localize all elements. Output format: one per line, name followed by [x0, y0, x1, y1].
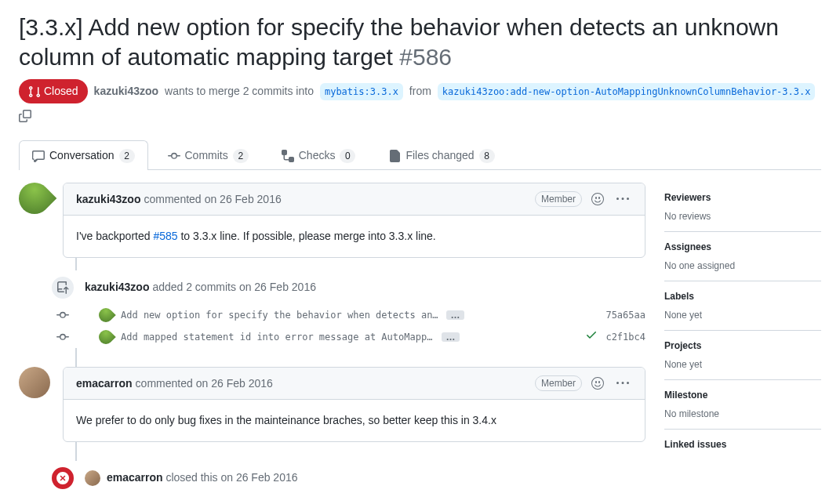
push-author[interactable]: kazuki43zoo	[85, 281, 149, 293]
base-branch[interactable]: mybatis:3.3.x	[320, 83, 403, 100]
comment-item: emacarron commented on 26 Feb 2016 Membe…	[63, 367, 645, 442]
main-column: kazuki43zoo commented on 26 Feb 2016 Mem…	[19, 183, 645, 495]
comment-verb: commented	[144, 191, 201, 208]
commit-row: Add mapped statement id into error messa…	[63, 325, 645, 348]
issue-link[interactable]: #585	[153, 230, 177, 242]
avatar[interactable]	[19, 367, 50, 398]
sidebar-reviewers[interactable]: Reviewers No reviews	[664, 183, 821, 232]
sidebar-assignees[interactable]: Assignees No one assigned	[664, 232, 821, 281]
sidebar-projects[interactable]: Projects None yet	[664, 331, 821, 380]
commit-sha[interactable]: 75a65aa	[605, 308, 645, 322]
kebab-menu-icon[interactable]	[613, 374, 632, 393]
sidebar-labels[interactable]: Labels None yet	[664, 281, 821, 331]
tab-checks[interactable]: Checks 0	[268, 140, 369, 170]
comment-date[interactable]: on 26 Feb 2016	[205, 191, 282, 208]
state-label: Closed	[44, 83, 78, 100]
kebab-menu-icon[interactable]	[613, 190, 632, 208]
pr-author-link[interactable]: kazuki43zoo	[94, 83, 158, 100]
issue-number: #586	[399, 44, 452, 70]
check-success-icon[interactable]	[585, 328, 598, 345]
repo-push-icon	[50, 275, 75, 300]
emoji-reaction-icon[interactable]	[588, 190, 607, 208]
tab-commits[interactable]: Commits 2	[155, 140, 262, 170]
comment-date[interactable]: on 26 Feb 2016	[196, 375, 273, 392]
merge-text-2: from	[409, 83, 431, 100]
sidebar-linked-issues[interactable]: Linked issues	[664, 430, 821, 464]
copy-branch-icon[interactable]	[19, 110, 31, 127]
tab-conversation[interactable]: Conversation 2	[19, 140, 148, 170]
close-author[interactable]: emacarron	[107, 471, 163, 484]
state-badge-closed: Closed	[19, 79, 88, 103]
event-avatar[interactable]	[85, 470, 100, 486]
tab-checks-label: Checks	[299, 147, 336, 164]
commit-icon	[56, 309, 69, 321]
comment-header: kazuki43zoo commented on 26 Feb 2016 Mem…	[64, 183, 645, 216]
tab-commits-count: 2	[233, 149, 249, 163]
commit-message[interactable]: Add new option for specify the behavior …	[121, 308, 438, 322]
closed-icon	[50, 466, 75, 491]
close-text: closed this	[165, 471, 217, 484]
tab-files-label: Files changed	[405, 147, 474, 164]
pr-title: [3.3.x] Add new option for specify the b…	[19, 13, 821, 71]
emoji-reaction-icon[interactable]	[588, 374, 607, 393]
comment-item: kazuki43zoo commented on 26 Feb 2016 Mem…	[63, 183, 645, 258]
role-badge: Member	[535, 191, 582, 207]
commit-row: Add new option for specify the behavior …	[63, 305, 645, 325]
tab-files[interactable]: Files changed 8	[375, 140, 507, 170]
sidebar-milestone[interactable]: Milestone No milestone	[664, 380, 821, 430]
comment-body: We prefer to do only bug fixes in the ma…	[64, 400, 645, 441]
commit-icon	[56, 331, 69, 343]
push-event: kazuki43zoo added 2 commits on 26 Feb 20…	[63, 270, 645, 305]
comment-verb: commented	[136, 375, 193, 392]
tab-commits-label: Commits	[185, 147, 228, 164]
commit-avatar[interactable]	[96, 327, 115, 346]
tab-conversation-count: 2	[119, 149, 135, 163]
push-date[interactable]: on 26 Feb 2016	[239, 281, 316, 293]
tab-conversation-label: Conversation	[49, 147, 115, 164]
comment-body: I've backported #585 to 3.3.x line. If p…	[64, 216, 645, 257]
commit-avatar[interactable]	[96, 305, 115, 325]
tab-nav: Conversation 2 Commits 2 Checks 0 Files …	[19, 140, 821, 170]
close-date[interactable]: on 26 Feb 2016	[220, 471, 297, 484]
commit-message[interactable]: Add mapped statement id into error messa…	[121, 330, 434, 344]
comment-author[interactable]: emacarron	[76, 375, 133, 392]
commit-sha[interactable]: c2f1bc4	[605, 330, 645, 344]
pr-meta-row: Closed kazuki43zoo wants to merge 2 comm…	[19, 79, 821, 127]
merge-text-1: wants to merge 2 commits into	[165, 83, 314, 100]
avatar[interactable]	[13, 176, 57, 221]
head-branch[interactable]: kazuki43zoo:add-new-option-AutoMappingUn…	[438, 83, 816, 100]
comment-header: emacarron commented on 26 Feb 2016 Membe…	[64, 368, 645, 400]
push-text: added 2 commits	[152, 281, 236, 293]
git-pull-request-closed-icon	[28, 85, 41, 98]
role-badge: Member	[535, 375, 582, 391]
tab-checks-count: 0	[340, 149, 355, 163]
expand-commit-icon[interactable]: …	[446, 310, 464, 320]
comment-author[interactable]: kazuki43zoo	[76, 191, 140, 208]
tab-files-count: 8	[479, 149, 495, 163]
expand-commit-icon[interactable]: …	[442, 332, 460, 342]
closed-event: emacarron closed this on 26 Feb 2016	[63, 461, 645, 495]
sidebar: Reviewers No reviews Assignees No one as…	[664, 183, 821, 495]
